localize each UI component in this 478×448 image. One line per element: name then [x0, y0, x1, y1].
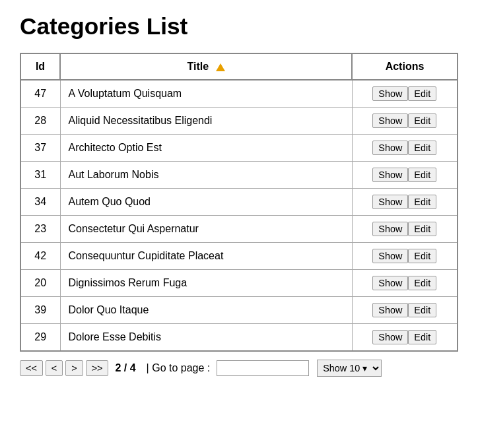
table-row: 47A Voluptatum QuisquamShowEdit: [20, 80, 458, 108]
cell-title: Architecto Optio Est: [60, 135, 352, 162]
cell-id: 42: [20, 243, 60, 270]
cell-title: Consectetur Qui Aspernatur: [60, 216, 352, 243]
cell-id: 37: [20, 135, 60, 162]
current-page: 2: [115, 362, 121, 373]
cell-actions: ShowEdit: [352, 243, 458, 270]
edit-button[interactable]: Edit: [408, 303, 436, 317]
cell-actions: ShowEdit: [352, 216, 458, 243]
cell-id: 34: [20, 189, 60, 216]
edit-button[interactable]: Edit: [408, 141, 436, 155]
show-button[interactable]: Show: [372, 113, 408, 128]
show-button[interactable]: Show: [372, 168, 408, 182]
cell-id: 29: [20, 324, 60, 352]
edit-button[interactable]: Edit: [408, 249, 436, 263]
show-button[interactable]: Show: [372, 195, 408, 209]
edit-button[interactable]: Edit: [408, 86, 436, 101]
cell-title: Autem Quo Quod: [60, 189, 352, 216]
cell-actions: ShowEdit: [352, 189, 458, 216]
col-actions-label: Actions: [386, 61, 425, 72]
cell-id: 20: [20, 270, 60, 297]
cell-title: Dignissimos Rerum Fuga: [60, 270, 352, 297]
cell-title: Dolore Esse Debitis: [60, 324, 352, 352]
show-button[interactable]: Show: [372, 276, 408, 290]
cell-title: Aliquid Necessitatibus Eligendi: [60, 108, 352, 135]
show-button[interactable]: Show: [372, 303, 408, 317]
cell-title: Consequuntur Cupiditate Placeat: [60, 243, 352, 270]
pagination-last[interactable]: >>: [86, 360, 109, 376]
cell-actions: ShowEdit: [352, 162, 458, 189]
col-title-label: Title: [187, 61, 209, 72]
show-button[interactable]: Show: [372, 330, 408, 344]
table-row: 39Dolor Quo ItaqueShowEdit: [20, 297, 458, 324]
show-select[interactable]: Show 10 ▾ Show 25 Show 50: [317, 360, 382, 377]
table-row: 37Architecto Optio EstShowEdit: [20, 135, 458, 162]
pagination-next[interactable]: >: [65, 360, 83, 376]
cell-id: 23: [20, 216, 60, 243]
show-button[interactable]: Show: [372, 141, 408, 155]
cell-actions: ShowEdit: [352, 297, 458, 324]
col-header-title[interactable]: Title: [60, 53, 352, 80]
cell-actions: ShowEdit: [352, 135, 458, 162]
pagination-info: 2 / 4: [115, 362, 135, 374]
edit-button[interactable]: Edit: [408, 276, 436, 290]
table-row: 31Aut Laborum NobisShowEdit: [20, 162, 458, 189]
show-button[interactable]: Show: [372, 222, 408, 236]
categories-table: Id Title Actions 47A Voluptatum Quisquam…: [20, 53, 458, 352]
edit-button[interactable]: Edit: [408, 222, 436, 236]
edit-button[interactable]: Edit: [408, 195, 436, 209]
table-row: 23Consectetur Qui AspernaturShowEdit: [20, 216, 458, 243]
cell-actions: ShowEdit: [352, 270, 458, 297]
table-row: 28Aliquid Necessitatibus EligendiShowEdi…: [20, 108, 458, 135]
show-button[interactable]: Show: [372, 249, 408, 263]
table-row: 29Dolore Esse DebitisShowEdit: [20, 324, 458, 352]
col-header-actions: Actions: [352, 53, 458, 80]
cell-id: 39: [20, 297, 60, 324]
cell-actions: ShowEdit: [352, 324, 458, 352]
edit-button[interactable]: Edit: [408, 330, 436, 344]
table-row: 34Autem Quo QuodShowEdit: [20, 189, 458, 216]
pagination-prev[interactable]: <: [46, 360, 63, 376]
page-separator: /: [124, 362, 130, 373]
pagination-bar: << < > >> 2 / 4 | Go to page : Show 10 ▾…: [20, 360, 458, 377]
cell-id: 47: [20, 80, 60, 108]
pagination-first[interactable]: <<: [20, 360, 43, 376]
page-title: Categories List: [20, 13, 458, 40]
goto-input[interactable]: [217, 360, 309, 376]
show-button[interactable]: Show: [372, 86, 408, 101]
total-pages: 4: [130, 362, 136, 373]
edit-button[interactable]: Edit: [408, 113, 436, 128]
table-row: 42Consequuntur Cupiditate PlaceatShowEdi…: [20, 243, 458, 270]
table-row: 20Dignissimos Rerum FugaShowEdit: [20, 270, 458, 297]
cell-actions: ShowEdit: [352, 108, 458, 135]
sort-asc-icon: [216, 63, 225, 71]
cell-id: 31: [20, 162, 60, 189]
cell-id: 28: [20, 108, 60, 135]
cell-title: A Voluptatum Quisquam: [60, 80, 352, 108]
col-header-id: Id: [20, 53, 60, 80]
cell-actions: ShowEdit: [352, 80, 458, 108]
cell-title: Aut Laborum Nobis: [60, 162, 352, 189]
col-id-label: Id: [36, 61, 45, 72]
cell-title: Dolor Quo Itaque: [60, 297, 352, 324]
goto-label: | Go to page :: [147, 362, 211, 374]
edit-button[interactable]: Edit: [408, 168, 436, 182]
